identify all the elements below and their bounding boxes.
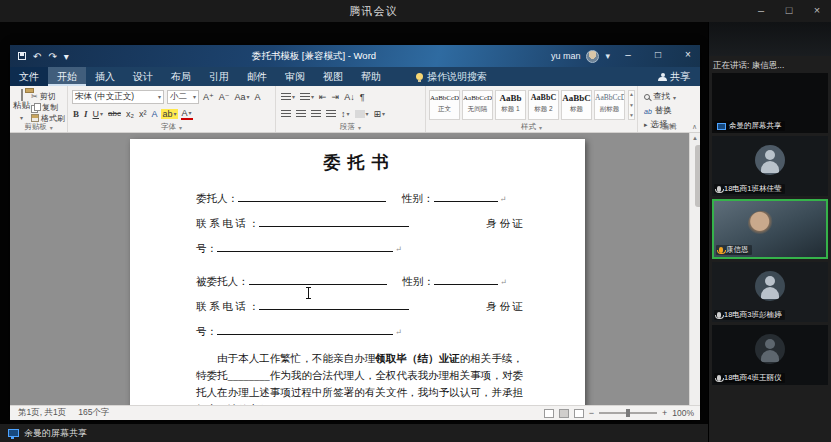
clear-formatting-button[interactable]: A <box>254 92 262 102</box>
save-icon[interactable] <box>18 52 26 60</box>
show-marks-icon[interactable]: ¶ <box>359 92 366 102</box>
zoom-out-button[interactable]: − <box>589 408 594 418</box>
dialog-launcher-icon[interactable]: ▾ <box>539 124 542 131</box>
shading-icon[interactable]: ▾ <box>354 110 370 118</box>
minimize-button[interactable]: – <box>747 0 775 22</box>
style-heading1[interactable]: AaBb 标题 1 <box>495 90 526 120</box>
participant-thumb[interactable]: 18电商3班彭楠婷 <box>712 262 828 322</box>
word-restore-button[interactable]: □ <box>646 45 670 67</box>
grow-font-button[interactable]: A⁺ <box>202 92 215 102</box>
collapse-ribbon-icon[interactable]: ∧ <box>692 123 697 131</box>
participant-thumb-active-speaker[interactable]: 康信恩 <box>712 199 828 259</box>
participant-thumb[interactable]: 18电商4班王丽仪 <box>712 325 828 385</box>
paragraph-group: ▾ ▾ ⇤ ⇥ A↓ ¶ ↕▾ ▾ ⊞▾ <box>276 86 426 132</box>
qat-more-icon[interactable]: ▾ <box>64 51 69 62</box>
subscript-button[interactable]: x₂ <box>125 109 135 119</box>
line-spacing-icon[interactable]: ↕▾ <box>340 109 351 119</box>
replace-icon: ab <box>644 108 652 115</box>
align-right-icon[interactable] <box>310 110 322 118</box>
bullets-icon[interactable]: ▾ <box>280 93 296 101</box>
tab-layout[interactable]: 布局 <box>162 67 200 86</box>
tencent-meeting-window: 腾讯会议 – □ × ↶ ↷ ▾ 委托书模板 [兼容模式] - Word yu … <box>0 0 831 442</box>
shrink-font-button[interactable]: A⁻ <box>218 92 231 102</box>
form-line-idnumber2: 号： ↵ <box>196 325 523 339</box>
change-case-button[interactable]: Aa▾ <box>234 92 251 102</box>
borders-icon[interactable]: ⊞▾ <box>373 109 387 119</box>
cut-button[interactable]: ✂剪切 <box>31 91 65 101</box>
undo-icon[interactable]: ↶ <box>33 51 41 62</box>
justify-icon[interactable] <box>325 110 337 118</box>
highlight-button[interactable]: ab▾ <box>161 109 177 119</box>
superscript-button[interactable]: x² <box>138 109 148 119</box>
close-button[interactable]: × <box>803 0 831 22</box>
share-button[interactable]: 共享 <box>648 67 700 86</box>
align-center-icon[interactable] <box>295 110 307 118</box>
dialog-launcher-icon[interactable]: ▾ <box>179 124 182 131</box>
tab-insert[interactable]: 插入 <box>86 67 124 86</box>
find-icon <box>644 94 650 100</box>
copy-button[interactable]: 复制 <box>31 102 65 112</box>
account-avatar[interactable] <box>586 50 599 63</box>
style-title[interactable]: AaBbC 标题 <box>561 90 592 120</box>
tab-review[interactable]: 审阅 <box>276 67 314 86</box>
page-indicator[interactable]: 第1页, 共1页 <box>18 407 66 419</box>
align-left-icon[interactable] <box>280 110 292 118</box>
web-layout-icon[interactable] <box>574 409 584 418</box>
tell-me-search[interactable]: 操作说明搜索 <box>416 67 487 86</box>
tab-design[interactable]: 设计 <box>124 67 162 86</box>
print-layout-icon[interactable] <box>559 409 569 418</box>
window-controls: – □ × <box>747 0 831 22</box>
account-name[interactable]: yu man <box>551 51 581 61</box>
increase-indent-icon[interactable]: ⇥ <box>331 92 341 102</box>
word-count[interactable]: 165个字 <box>78 407 109 419</box>
find-button[interactable]: 查找▾ <box>644 91 694 103</box>
dialog-launcher-icon[interactable]: ▾ <box>358 124 361 131</box>
italic-button[interactable]: I <box>83 109 89 119</box>
tab-file[interactable]: 文件 <box>10 67 48 86</box>
numbering-icon[interactable]: ▾ <box>299 93 315 101</box>
scrollbar-thumb[interactable] <box>695 145 700 207</box>
dialog-launcher-icon[interactable]: ▾ <box>50 124 53 131</box>
text-effects-button[interactable]: A <box>150 109 158 119</box>
replace-button[interactable]: ab替换 <box>644 105 694 117</box>
style-normal[interactable]: AaBbCcDd 正文 <box>429 90 460 120</box>
font-color-button[interactable]: A▾ <box>181 108 193 120</box>
font-name-combobox[interactable]: 宋体 (中文正文)▾ <box>72 90 164 104</box>
redo-icon[interactable]: ↷ <box>48 51 56 62</box>
style-heading2[interactable]: AaBbC 标题 2 <box>528 90 559 120</box>
style-no-spacing[interactable]: AaBbCcDd 无间隔 <box>462 90 493 120</box>
zoom-slider[interactable] <box>599 412 657 414</box>
tab-view[interactable]: 视图 <box>314 67 352 86</box>
zoom-slider-thumb[interactable] <box>626 409 630 417</box>
font-size-combobox[interactable]: 小二▾ <box>167 90 199 104</box>
bold-button[interactable]: B <box>72 109 80 119</box>
gallery-up-icon[interactable]: ▲ <box>629 92 634 97</box>
read-mode-icon[interactable] <box>544 409 554 418</box>
document-page[interactable]: 委托书 委托人： 性别： ↵ 联 系 电 话 ： 身 份 证 号： <box>130 139 585 405</box>
gallery-down-icon[interactable]: ▼ <box>629 103 634 108</box>
styles-gallery-scroll[interactable]: ▲ ▼ ▼ <box>628 90 635 120</box>
participant-video-partial[interactable] <box>709 22 831 56</box>
vertical-scrollbar[interactable]: ▲ <box>689 133 700 405</box>
zoom-level[interactable]: 100% <box>672 408 694 418</box>
tab-mailings[interactable]: 邮件 <box>238 67 276 86</box>
scroll-up-icon[interactable]: ▲ <box>690 133 700 143</box>
zoom-in-button[interactable]: + <box>662 408 667 418</box>
maximize-button[interactable]: □ <box>775 0 803 22</box>
tab-help[interactable]: 帮助 <box>352 67 390 86</box>
tab-references[interactable]: 引用 <box>200 67 238 86</box>
decrease-indent-icon[interactable]: ⇤ <box>318 92 328 102</box>
word-minimize-button[interactable]: – <box>616 45 640 67</box>
document-canvas[interactable]: 委托书 委托人： 性别： ↵ 联 系 电 话 ： 身 份 证 号： <box>10 133 700 405</box>
sort-icon[interactable]: A↓ <box>343 92 356 102</box>
ribbon-display-options-icon[interactable]: ▾ <box>605 51 610 61</box>
tab-home[interactable]: 开始 <box>48 67 86 86</box>
style-subtitle[interactable]: AaBbCcD 副标题 <box>594 90 625 120</box>
gallery-more-icon[interactable]: ▼ <box>629 113 634 118</box>
participant-thumb-screenshare[interactable]: 余曼的屏幕共享 <box>712 73 828 133</box>
word-close-button[interactable]: × <box>676 45 700 67</box>
underline-button[interactable]: U▾ <box>92 109 105 119</box>
participant-thumb[interactable]: 18电商1班林佳莹 <box>712 136 828 196</box>
strikethrough-button[interactable]: abc <box>107 109 122 118</box>
paste-button[interactable]: 粘贴▾ <box>12 88 31 123</box>
